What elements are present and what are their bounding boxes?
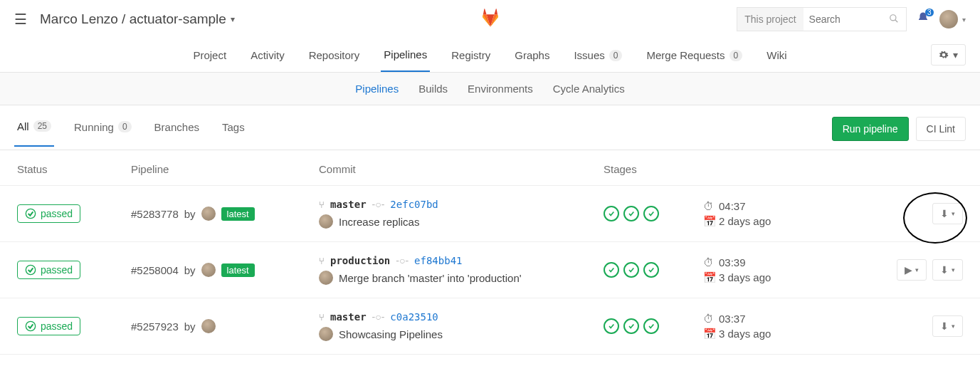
calendar-icon: 📅 — [703, 215, 713, 228]
download-artifacts-button[interactable]: ⬇▾ — [932, 259, 963, 281]
col-status: Status — [17, 163, 131, 175]
filter-all[interactable]: All25 — [14, 120, 54, 147]
nav-repository[interactable]: Repository — [306, 38, 363, 72]
calendar-icon: 📅 — [703, 328, 713, 340]
commit-icon: -○- — [372, 199, 385, 210]
commit-icon: -○- — [372, 311, 385, 323]
search-input[interactable] — [804, 8, 882, 31]
branch-name[interactable]: master — [330, 199, 367, 210]
nav-wiki[interactable]: Wiki — [764, 38, 789, 72]
duration-icon: ⏱ — [703, 313, 713, 325]
status-badge[interactable]: passed — [17, 204, 80, 223]
primary-nav: ProjectActivityRepositoryPipelinesRegist… — [0, 38, 980, 73]
avatar[interactable] — [201, 207, 216, 221]
chevron-down-icon: ▾ — [953, 49, 958, 61]
nav-graphs[interactable]: Graphs — [512, 38, 552, 72]
menu-icon[interactable]: ☰ — [14, 11, 27, 28]
retry-button[interactable]: ▶▾ — [897, 259, 927, 281]
nav-project[interactable]: Project — [190, 38, 229, 72]
nav-merge-requests[interactable]: Merge Requests0 — [643, 38, 745, 72]
search-icon[interactable] — [882, 8, 906, 31]
download-artifacts-button[interactable]: ⬇▾ — [932, 315, 963, 337]
age: 3 days ago — [719, 328, 771, 340]
notifications-icon[interactable]: 3 — [917, 11, 929, 28]
chevron-down-icon: ▾ — [952, 266, 955, 273]
commit-sha[interactable]: ef84bb41 — [414, 255, 462, 266]
branch-name[interactable]: production — [330, 255, 390, 266]
table-header: Status Pipeline Commit Stages — [0, 150, 980, 185]
stage-indicator[interactable] — [604, 262, 619, 278]
pipeline-id[interactable]: #5258004 — [131, 264, 179, 276]
stage-indicator[interactable] — [643, 318, 659, 334]
gitlab-logo[interactable] — [480, 8, 501, 31]
run-pipeline-button[interactable]: Run pipeline — [832, 117, 909, 141]
subnav-pipelines[interactable]: Pipelines — [355, 83, 399, 95]
pipeline-id[interactable]: #5283778 — [131, 208, 179, 220]
stage-indicator[interactable] — [623, 318, 639, 334]
filter-branches[interactable]: Branches — [152, 120, 202, 147]
latest-tag: latest — [221, 207, 255, 221]
subnav-cycle-analytics[interactable]: Cycle Analytics — [553, 83, 625, 95]
user-menu[interactable]: ▾ — [939, 10, 966, 28]
svg-point-4 — [26, 321, 35, 330]
chevron-down-icon: ▾ — [952, 323, 955, 330]
avatar[interactable] — [319, 327, 333, 341]
search-group: This project — [737, 7, 906, 31]
avatar[interactable] — [201, 263, 216, 277]
ci-lint-button[interactable]: CI Lint — [916, 117, 966, 141]
status-text: passed — [41, 264, 73, 276]
svg-point-3 — [26, 265, 35, 274]
breadcrumb-text: Marco Lenzo / actuator-sample — [40, 11, 226, 27]
nav-pipelines[interactable]: Pipelines — [381, 38, 430, 72]
download-artifacts-button[interactable]: ⬇▾ — [932, 203, 963, 224]
subnav-environments[interactable]: Environments — [468, 83, 533, 95]
subnav-builds[interactable]: Builds — [418, 83, 448, 95]
avatar[interactable] — [319, 271, 333, 285]
filter-running[interactable]: Running0 — [71, 120, 135, 147]
notif-count: 3 — [925, 9, 934, 16]
count-badge: 0 — [609, 50, 623, 61]
download-icon: ⬇ — [940, 320, 949, 332]
stage-indicator[interactable] — [604, 318, 619, 334]
branch-name[interactable]: master — [330, 311, 367, 323]
commit-message: Increase replicas — [339, 216, 419, 228]
col-pipeline: Pipeline — [131, 163, 319, 175]
nav-activity[interactable]: Activity — [248, 38, 288, 72]
search-scope[interactable]: This project — [737, 8, 803, 31]
filter-tags[interactable]: Tags — [219, 120, 248, 147]
breadcrumb[interactable]: Marco Lenzo / actuator-sample ▾ — [40, 11, 235, 27]
duration: 03:39 — [719, 256, 746, 268]
download-icon: ⬇ — [940, 264, 949, 276]
by-label: by — [184, 208, 196, 220]
latest-tag: latest — [221, 263, 255, 277]
col-stages: Stages — [604, 163, 703, 175]
stage-indicator[interactable] — [623, 206, 639, 221]
avatar[interactable] — [319, 214, 333, 229]
age: 3 days ago — [719, 271, 771, 283]
commit-message: Merge branch 'master' into 'production' — [339, 272, 522, 284]
pipeline-id[interactable]: #5257923 — [131, 320, 179, 333]
stage-indicator[interactable] — [643, 206, 659, 221]
settings-dropdown[interactable]: ▾ — [931, 44, 966, 66]
commit-sha[interactable]: 2efc07bd — [390, 199, 438, 210]
age: 2 days ago — [719, 215, 771, 227]
stage-indicator[interactable] — [623, 262, 639, 278]
status-badge[interactable]: passed — [17, 261, 80, 279]
stage-indicator[interactable] — [643, 262, 659, 278]
nav-issues[interactable]: Issues0 — [571, 38, 625, 72]
svg-point-2 — [26, 209, 35, 218]
pipeline-row: passed#5283778 by latest⑂master-○-2efc07… — [0, 185, 980, 241]
stage-indicator[interactable] — [604, 206, 619, 221]
svg-point-0 — [890, 14, 895, 20]
pipelines-table: passed#5283778 by latest⑂master-○-2efc07… — [0, 185, 980, 355]
count-badge: 0 — [118, 121, 132, 132]
branch-icon: ⑂ — [319, 256, 325, 266]
avatar[interactable] — [201, 319, 216, 333]
status-badge[interactable]: passed — [17, 317, 80, 335]
pipeline-row: passed#5257923 by ⑂master-○-c0a23510Show… — [0, 298, 980, 355]
sub-nav: PipelinesBuildsEnvironmentsCycle Analyti… — [0, 73, 980, 105]
nav-registry[interactable]: Registry — [448, 38, 493, 72]
chevron-down-icon: ▾ — [952, 210, 955, 217]
pipeline-row: passed#5258004 by latest⑂production-○-ef… — [0, 241, 980, 298]
commit-sha[interactable]: c0a23510 — [390, 311, 438, 323]
